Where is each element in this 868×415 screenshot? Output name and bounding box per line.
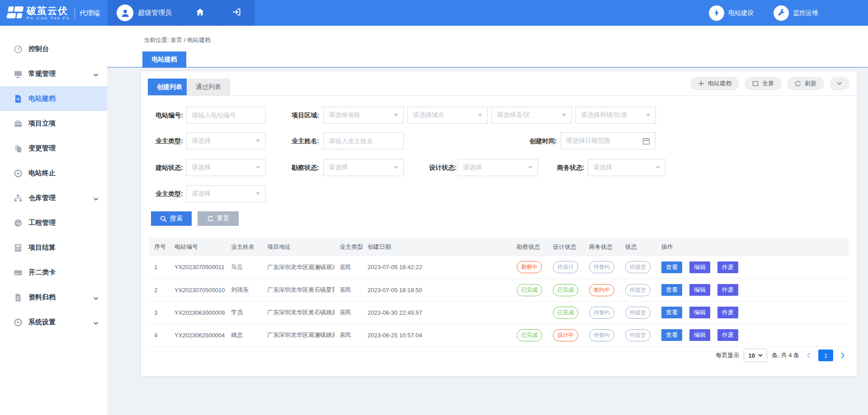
select-region-3[interactable]: 请选择村镇/街道 xyxy=(576,107,656,124)
tab-create-list[interactable]: 创建列表 xyxy=(148,79,191,95)
table-row: 2YX2023070500010刘强东广东深圳龙华区黄石镇星官大...居民202… xyxy=(149,279,849,301)
breadcrumb: 当前位置: 首页 / 电站建档 xyxy=(144,36,211,44)
sidebar-item-data-archive[interactable]: 资料归档 xyxy=(0,285,107,310)
row-edit-button[interactable]: 编辑 xyxy=(689,261,710,273)
sidebar-item-type2-card[interactable]: 开二类卡 xyxy=(0,260,107,285)
row-invalidate-button[interactable]: 作废 xyxy=(717,284,738,296)
sidebar-item-station-archive[interactable]: 电站建档 xyxy=(0,86,107,111)
brand-text: 破茧云伏 Po Jian Yun Fu xyxy=(27,5,70,20)
main-content: 当前位置: 首页 / 电站建档 电站建档 创建列表 通过列表 电站建档 全屏 xyxy=(107,26,868,415)
sidebar-item-engineering-mgmt[interactable]: 工程管理 xyxy=(0,210,107,235)
cell-design-status: 已完成 xyxy=(548,301,584,324)
select-business_status[interactable]: 请选择 xyxy=(588,159,665,176)
select-placeholder: 请选择 xyxy=(192,163,211,172)
sidebar-item-console[interactable]: 控制台 xyxy=(0,37,107,61)
row-view-button[interactable]: 查看 xyxy=(661,307,682,318)
select-region-0[interactable]: 请选择省份 xyxy=(323,107,404,124)
filter-label-region: 项目区域: xyxy=(277,107,319,124)
cell-station-code: YX2023062500004 xyxy=(170,324,226,346)
chevron-down-icon xyxy=(528,166,533,169)
sidebar-item-label: 项目立项 xyxy=(28,119,56,128)
select-survey_status[interactable]: 请选择 xyxy=(323,159,404,176)
nav-station-build[interactable]: 电站建设 xyxy=(709,5,754,21)
cell-owner-type: 居民 xyxy=(335,256,363,279)
calculator-icon xyxy=(14,243,23,252)
fullscreen-button[interactable]: 全屏 xyxy=(745,77,782,90)
add-station-button[interactable]: 电站建档 xyxy=(690,77,739,90)
cell-survey-status: 勘察中 xyxy=(512,256,548,279)
select-owner_type2[interactable]: 请选择 xyxy=(186,185,266,202)
cell-index: 1 xyxy=(149,256,170,279)
select-design_status[interactable]: 请选择 xyxy=(458,159,538,176)
cell-owner-name: 学员 xyxy=(226,301,262,324)
row-view-button[interactable]: 查看 xyxy=(661,284,682,296)
user-menu[interactable]: 超级管理员 xyxy=(107,0,181,26)
sidebar-item-label: 系统设置 xyxy=(28,318,56,326)
sidebar-item-general-mgmt[interactable]: 常规管理 xyxy=(0,61,107,86)
content-card: 创建列表 通过列表 电站建档 全屏 刷新 xyxy=(141,71,857,376)
row-invalidate-button[interactable]: 作废 xyxy=(717,307,738,318)
select-region-2[interactable]: 请选择县/区 xyxy=(491,107,572,124)
sidebar-item-warehouse-mgmt[interactable]: 仓库管理 xyxy=(0,186,107,210)
column-header: 状态 xyxy=(620,238,656,256)
status-badge: 已完成 xyxy=(517,329,542,341)
select-owner_type[interactable]: 请选择 xyxy=(186,132,266,149)
nav-monitor-ops[interactable]: 监控运维 xyxy=(774,5,818,21)
date-placeholder: 请选择日期范围 xyxy=(566,137,610,145)
sidebar-item-label: 电站终止 xyxy=(28,169,56,177)
stations-table: 序号电站编号业主姓名项目地址业主类型创建日期勘察状态设计状态商务状态状态操作1Y… xyxy=(149,238,849,347)
reset-icon xyxy=(207,215,214,222)
document-icon xyxy=(14,94,23,103)
row-edit-button[interactable]: 编辑 xyxy=(689,307,710,318)
chevron-down-icon xyxy=(256,166,260,169)
tab-passed-list[interactable]: 通过列表 xyxy=(187,79,230,95)
sidebar-item-project-approval[interactable]: 项目立项 xyxy=(0,111,107,136)
search-button[interactable]: 搜索 xyxy=(151,211,192,226)
cell-actions: 查看编辑作废 xyxy=(656,256,849,279)
sidebar-item-label: 项目结算 xyxy=(28,243,56,252)
select-region-1[interactable]: 请选择城市 xyxy=(407,107,488,124)
cell-status: 待提交 xyxy=(620,324,656,346)
user-name: 超级管理员 xyxy=(138,9,172,17)
select-placeholder: 请选择 xyxy=(329,163,348,172)
cell-index: 3 xyxy=(149,301,170,324)
reset-button[interactable]: 重置 xyxy=(198,211,239,226)
row-invalidate-button[interactable]: 作废 xyxy=(717,261,738,273)
page-header: 当前位置: 首页 / 电站建档 电站建档 xyxy=(107,26,868,68)
page-tab-active[interactable]: 电站建档 xyxy=(142,51,186,68)
input-station_no[interactable] xyxy=(186,107,266,124)
sidebar-item-station-terminate[interactable]: 电站终止 xyxy=(0,161,107,186)
table-header-row: 序号电站编号业主姓名项目地址业主类型创建日期勘察状态设计状态商务状态状态操作 xyxy=(149,238,849,256)
row-view-button[interactable]: 查看 xyxy=(661,329,682,341)
column-header: 电站编号 xyxy=(170,238,226,256)
filter-row: 业主类型:请选择业主姓名:创建时间:请选择日期范围 xyxy=(141,132,857,149)
row-edit-button[interactable]: 编辑 xyxy=(689,284,710,296)
date-range-create_time[interactable]: 请选择日期范围 xyxy=(561,132,656,149)
chevron-down-icon xyxy=(656,166,660,169)
row-view-button[interactable]: 查看 xyxy=(661,261,682,273)
row-edit-button[interactable]: 编辑 xyxy=(689,329,710,341)
logout-button[interactable] xyxy=(218,0,255,26)
refresh-button[interactable]: 刷新 xyxy=(787,77,824,90)
prev-page-button[interactable] xyxy=(804,350,814,360)
cell-owner-name: 刘强东 xyxy=(226,279,262,301)
cell-station-code: YX2023063000009 xyxy=(170,301,226,324)
sidebar-item-change-mgmt[interactable]: 变更管理 xyxy=(0,136,107,161)
next-page-button[interactable] xyxy=(838,350,848,360)
tab-underline xyxy=(107,67,868,68)
chevron-down-icon xyxy=(93,295,99,300)
column-header: 勘察状态 xyxy=(512,238,548,256)
collapse-button[interactable] xyxy=(830,77,849,90)
select-build_status[interactable]: 请选择 xyxy=(186,159,266,176)
topbar: 破茧云伏 Po Jian Yun Fu 代理端 超级管理员 xyxy=(0,0,868,26)
page-number-current[interactable]: 1 xyxy=(818,350,833,361)
lightning-icon xyxy=(709,5,724,21)
cell-address: 广东深圳龙华区观澜镇观湖路... xyxy=(262,256,335,279)
sidebar-item-project-settlement[interactable]: 项目结算 xyxy=(0,235,107,260)
copy-icon xyxy=(14,144,23,153)
row-invalidate-button[interactable]: 作废 xyxy=(717,329,738,341)
sidebar-item-system-settings[interactable]: 系统设置 xyxy=(0,310,107,335)
input-owner_name[interactable] xyxy=(323,132,404,149)
per-page-select[interactable]: 10 xyxy=(744,349,767,362)
home-button[interactable] xyxy=(181,0,218,26)
